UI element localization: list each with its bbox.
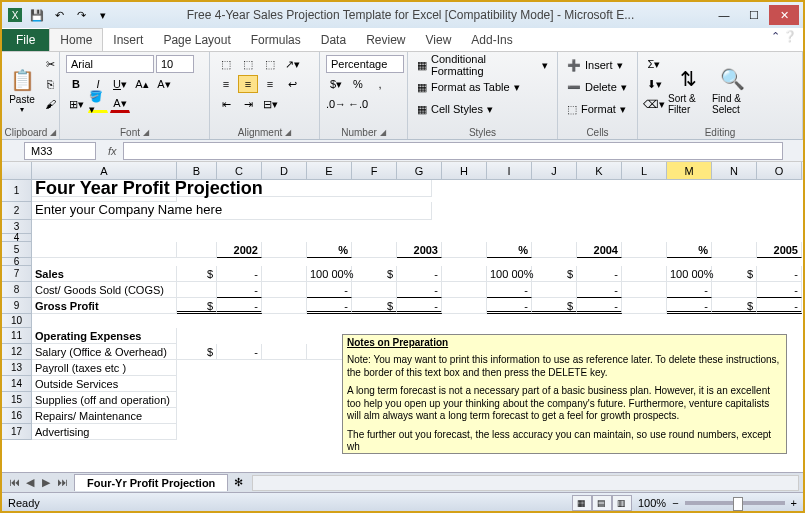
cell[interactable] (712, 282, 757, 298)
insert-cells-button[interactable]: ➕Insert▾ (564, 55, 631, 75)
cell[interactable] (177, 282, 217, 298)
fill-icon[interactable]: ⬇▾ (644, 75, 664, 93)
column-header-M[interactable]: M (667, 162, 712, 180)
cell[interactable]: - (217, 344, 262, 360)
tab-data[interactable]: Data (311, 29, 356, 51)
column-header-F[interactable]: F (352, 162, 397, 180)
zoom-slider[interactable] (685, 501, 785, 505)
align-bottom-icon[interactable]: ⬚ (260, 55, 280, 73)
minimize-button[interactable]: — (709, 5, 739, 25)
row-header-9[interactable]: 9 (2, 298, 32, 314)
align-middle-icon[interactable]: ⬚ (238, 55, 258, 73)
zoom-out-icon[interactable]: − (672, 497, 678, 509)
cell[interactable]: $ (532, 266, 577, 282)
file-tab[interactable]: File (2, 29, 49, 51)
sheet-nav-first-icon[interactable]: ⏮ (6, 476, 22, 489)
copy-icon[interactable]: ⎘ (40, 75, 60, 93)
cell[interactable]: - (307, 282, 352, 298)
find-select-button[interactable]: 🔍 Find & Select (712, 55, 752, 125)
cell[interactable]: % (487, 242, 532, 258)
clipboard-dialog-launcher[interactable]: ◢ (50, 128, 56, 137)
cell[interactable]: $ (177, 298, 217, 314)
cell[interactable]: - (667, 298, 712, 314)
cell[interactable]: Payroll (taxes etc ) (32, 360, 177, 376)
cell[interactable] (32, 242, 177, 258)
zoom-level[interactable]: 100% (638, 497, 666, 509)
row-header-8[interactable]: 8 (2, 282, 32, 298)
excel-icon[interactable]: X (6, 6, 24, 24)
font-color-button[interactable]: A▾ (110, 95, 130, 113)
page-layout-view-icon[interactable]: ▤ (592, 495, 612, 511)
cell[interactable] (622, 282, 667, 298)
fill-color-button[interactable]: 🪣▾ (88, 95, 108, 113)
cell[interactable]: Cost/ Goods Sold (COGS) (32, 282, 177, 298)
cell[interactable]: Supplies (off and operation) (32, 392, 177, 408)
sheet-tab-active[interactable]: Four-Yr Profit Projection (74, 474, 228, 491)
cell[interactable]: - (757, 282, 802, 298)
underline-button[interactable]: U▾ (110, 75, 130, 93)
redo-icon[interactable]: ↷ (72, 6, 90, 24)
cell[interactable] (442, 282, 487, 298)
border-button[interactable]: ⊞▾ (66, 95, 86, 113)
row-header-16[interactable]: 16 (2, 408, 32, 424)
sheet-nav-next-icon[interactable]: ▶ (38, 476, 54, 489)
cell[interactable] (262, 282, 307, 298)
cell[interactable]: Gross Profit (32, 298, 177, 314)
cell[interactable]: Outside Services (32, 376, 177, 392)
sheet-nav-prev-icon[interactable]: ◀ (22, 476, 38, 489)
decrease-decimal-icon[interactable]: ←.0 (348, 95, 368, 113)
cell[interactable] (622, 266, 667, 282)
row-header-17[interactable]: 17 (2, 424, 32, 440)
delete-cells-button[interactable]: ➖Delete▾ (564, 77, 631, 97)
cell[interactable]: - (217, 266, 262, 282)
format-as-table-button[interactable]: ▦Format as Table▾ (414, 77, 551, 97)
cell-styles-button[interactable]: ▦Cell Styles▾ (414, 99, 551, 119)
cell[interactable]: - (217, 298, 262, 314)
cell[interactable]: $ (177, 344, 217, 360)
grow-font-icon[interactable]: A▴ (132, 75, 152, 93)
cell[interactable]: 2003 (397, 242, 442, 258)
row-header-2[interactable]: 2 (2, 202, 32, 220)
paste-button[interactable]: 📋 Paste ▾ (8, 55, 36, 125)
row-header-11[interactable]: 11 (2, 328, 32, 344)
cell[interactable] (532, 282, 577, 298)
maximize-button[interactable]: ☐ (739, 5, 769, 25)
column-header-K[interactable]: K (577, 162, 622, 180)
row-header-10[interactable]: 10 (2, 314, 32, 328)
cell[interactable]: - (307, 298, 352, 314)
column-header-J[interactable]: J (532, 162, 577, 180)
cell[interactable] (622, 298, 667, 314)
shrink-font-icon[interactable]: A▾ (154, 75, 174, 93)
cell[interactable]: - (397, 298, 442, 314)
cell[interactable] (262, 242, 307, 258)
autosum-icon[interactable]: Σ▾ (644, 55, 664, 73)
tab-addins[interactable]: Add-Ins (461, 29, 522, 51)
ribbon-collapse-icon[interactable]: ⌃ ❔ (771, 30, 797, 43)
cell[interactable] (352, 242, 397, 258)
cell[interactable]: - (217, 282, 262, 298)
qat-dropdown-icon[interactable]: ▾ (94, 6, 112, 24)
cell[interactable]: 100 00% (307, 266, 352, 282)
cell[interactable]: $ (352, 266, 397, 282)
cell[interactable]: % (667, 242, 712, 258)
notes-textbox[interactable]: Notes on Preparation Note: You may want … (342, 334, 787, 454)
conditional-formatting-button[interactable]: ▦Conditional Formatting▾ (414, 55, 551, 75)
align-center-icon[interactable]: ≡ (238, 75, 258, 93)
row-header-12[interactable]: 12 (2, 344, 32, 360)
close-button[interactable]: ✕ (769, 5, 799, 25)
clear-icon[interactable]: ⌫▾ (644, 95, 664, 113)
cell[interactable] (262, 266, 307, 282)
cell[interactable]: - (577, 266, 622, 282)
save-icon[interactable]: 💾 (28, 6, 46, 24)
align-right-icon[interactable]: ≡ (260, 75, 280, 93)
row-header-15[interactable]: 15 (2, 392, 32, 408)
row-header-14[interactable]: 14 (2, 376, 32, 392)
formula-bar[interactable] (123, 142, 783, 160)
comma-format-icon[interactable]: , (370, 75, 390, 93)
cell[interactable] (177, 242, 217, 258)
format-painter-icon[interactable]: 🖌 (40, 95, 60, 113)
cell[interactable]: $ (177, 266, 217, 282)
format-cells-button[interactable]: ⬚Format▾ (564, 99, 631, 119)
horizontal-scrollbar[interactable] (252, 475, 799, 491)
cell[interactable] (352, 282, 397, 298)
